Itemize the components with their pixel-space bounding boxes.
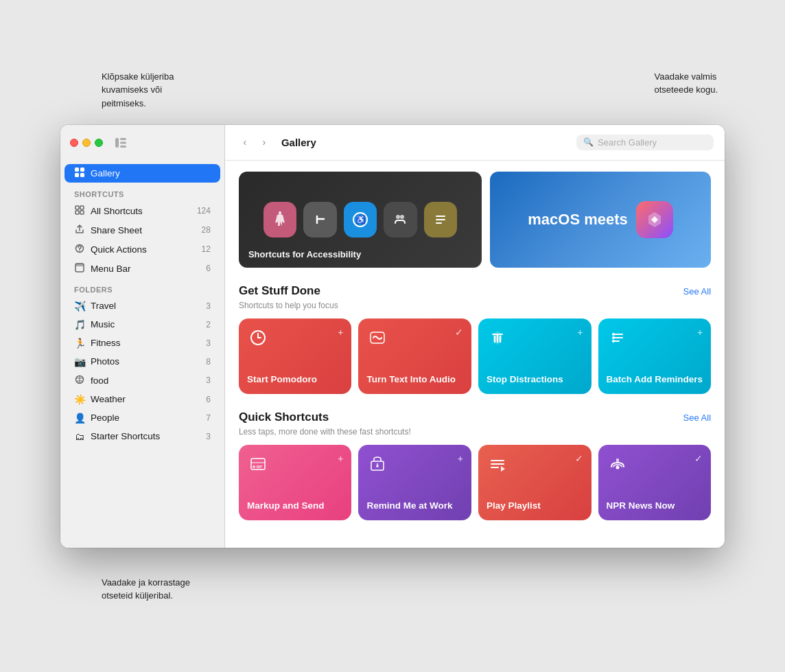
food-icon	[74, 375, 85, 386]
card-stop-distractions[interactable]: + Stop Distractions	[478, 318, 591, 394]
stop-dist-action-icon: +	[577, 327, 583, 338]
markup-icon	[247, 453, 269, 475]
maximize-button[interactable]	[95, 139, 103, 147]
acc-icon-accessibility: ♿	[344, 202, 377, 237]
gallery-content: ♿	[225, 161, 725, 548]
card-batch-add-reminders[interactable]: + Batch Add Reminders	[598, 318, 712, 394]
back-button[interactable]: ‹	[236, 135, 254, 150]
card-top-markup: +	[247, 453, 344, 475]
get-stuff-done-see-all[interactable]: See All	[683, 286, 711, 297]
card-top-text-audio: ✓	[366, 327, 463, 349]
quick-actions-label: Quick Actions	[91, 244, 196, 255]
starter-shortcuts-icon: 🗂	[74, 431, 85, 442]
shortcuts-app-icon	[636, 201, 673, 238]
sidebar-item-people[interactable]: 👤 People 7	[65, 409, 220, 427]
quick-actions-icon	[74, 244, 85, 255]
fitness-label: Fitness	[91, 338, 200, 348]
people-icon: 👤	[74, 413, 85, 424]
quick-shortcuts-grid: + Markup and Send	[239, 445, 711, 520]
sidebar-toggle-button[interactable]	[114, 136, 128, 150]
forward-button[interactable]: ›	[255, 135, 273, 150]
weather-count: 6	[206, 395, 211, 404]
sidebar-item-share-sheet[interactable]: Share Sheet 28	[65, 221, 220, 240]
pomodoro-action-icon: +	[338, 327, 343, 338]
share-sheet-count: 28	[202, 225, 211, 235]
svg-point-36	[253, 465, 255, 468]
card-turn-text-audio[interactable]: ✓ Turn Text Into Audio	[358, 318, 471, 394]
sidebar-item-photos[interactable]: 📷 Photos 8	[65, 353, 220, 371]
sidebar-item-gallery[interactable]: Gallery	[65, 164, 220, 183]
search-icon: 🔍	[583, 137, 594, 147]
batch-add-name: Batch Add Reminders	[607, 374, 703, 385]
search-input[interactable]	[598, 137, 707, 148]
acc-icon-4	[424, 202, 457, 237]
weather-label: Weather	[91, 394, 200, 404]
music-icon: 🎵	[74, 319, 85, 330]
batch-add-action-icon: +	[697, 327, 703, 338]
svg-rect-1	[120, 138, 126, 140]
card-play-playlist[interactable]: ✓ Play Playlist	[478, 445, 591, 520]
svg-rect-2	[120, 141, 126, 143]
svg-point-13	[79, 251, 80, 252]
npr-action-icon: ✓	[694, 453, 703, 464]
sidebar-item-quick-actions[interactable]: Quick Actions 12	[65, 240, 220, 259]
card-remind-me-at-work[interactable]: + Remind Me at Work	[358, 445, 471, 520]
sidebar-item-all-shortcuts[interactable]: All Shortcuts 124	[65, 202, 220, 220]
svg-rect-10	[75, 211, 79, 214]
pomodoro-icon	[247, 327, 269, 349]
acc-icon-1	[263, 202, 296, 237]
app-window: Gallery Shortcuts All Shortcuts	[60, 125, 725, 548]
svg-point-34	[612, 340, 615, 343]
card-start-pomodoro[interactable]: + Start Pomodoro	[239, 318, 352, 394]
sidebar-item-travel[interactable]: ✈️ Travel 3	[65, 297, 220, 315]
hero-row: ♿	[239, 172, 711, 268]
minimize-button[interactable]	[82, 139, 91, 147]
text-audio-icon	[366, 327, 388, 349]
svg-point-32	[612, 333, 615, 336]
svg-rect-11	[80, 211, 84, 214]
play-playlist-action-icon: ✓	[575, 453, 583, 464]
svg-point-39	[376, 465, 379, 467]
sidebar-content: Gallery Shortcuts All Shortcuts	[60, 161, 224, 548]
all-shortcuts-count: 124	[197, 206, 211, 216]
sidebar-item-food[interactable]: food 3	[65, 371, 220, 390]
get-stuff-done-title: Get Stuff Done	[239, 284, 320, 298]
stop-dist-icon	[487, 327, 508, 349]
photos-icon: 📷	[74, 356, 85, 367]
text-audio-action-icon: ✓	[455, 327, 463, 338]
card-top-stop-dist: +	[487, 327, 583, 349]
sidebar: Gallery Shortcuts All Shortcuts	[60, 125, 225, 548]
markup-action-icon: +	[338, 453, 343, 464]
hero-card-accessibility[interactable]: ♿	[239, 172, 482, 268]
food-count: 3	[206, 375, 211, 385]
sidebar-item-menu-bar[interactable]: Menu Bar 6	[65, 259, 220, 278]
card-markup-and-send[interactable]: + Markup and Send	[239, 445, 352, 520]
sidebar-item-weather[interactable]: ☀️ Weather 6	[65, 391, 220, 408]
nav-buttons: ‹ ›	[236, 135, 273, 150]
pomodoro-name: Start Pomodoro	[247, 374, 344, 385]
search-box[interactable]: 🔍	[576, 135, 714, 150]
photos-label: Photos	[91, 356, 200, 367]
close-button[interactable]	[70, 139, 78, 147]
all-shortcuts-icon	[74, 205, 85, 217]
sidebar-item-music[interactable]: 🎵 Music 2	[65, 316, 220, 334]
traffic-lights	[70, 139, 103, 147]
svg-point-20	[279, 211, 281, 214]
fitness-icon: 🏃	[74, 338, 85, 349]
svg-rect-0	[115, 138, 119, 148]
hero-card-macos[interactable]: macOS meets	[490, 172, 711, 268]
batch-add-icon	[607, 327, 629, 349]
quick-actions-count: 12	[202, 244, 211, 254]
sidebar-item-fitness[interactable]: 🏃 Fitness 3	[65, 334, 220, 352]
remind-action-icon: +	[458, 453, 463, 464]
quick-shortcuts-see-all[interactable]: See All	[683, 413, 711, 423]
section-header-get-stuff-done: Get Stuff Done See All	[239, 284, 711, 298]
annotation-bottom-left: Vaadake ja korrastageotseteid küljeribal…	[102, 576, 190, 603]
fitness-count: 3	[206, 338, 211, 348]
card-npr-news-now[interactable]: ✓ NPR News Now	[598, 445, 712, 520]
starter-shortcuts-label: Starter Shortcuts	[91, 431, 200, 441]
weather-icon: ☀️	[74, 394, 85, 405]
quick-shortcuts-title: Quick Shortcuts	[239, 410, 329, 424]
sidebar-item-starter-shortcuts[interactable]: 🗂 Starter Shortcuts 3	[65, 428, 220, 445]
travel-label: Travel	[91, 301, 200, 311]
